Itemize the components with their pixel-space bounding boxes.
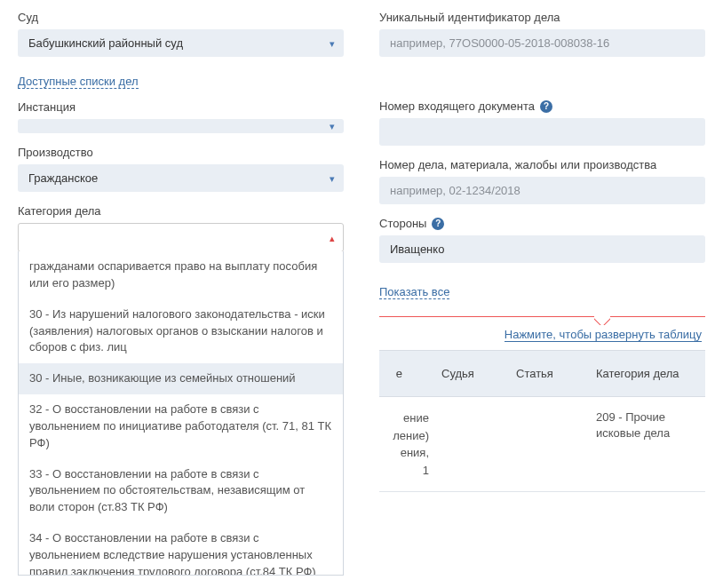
category-option[interactable]: 34 - О восстановлении на работе в связи … [19, 523, 343, 576]
category-option[interactable]: 30 - Иные, возникающие из семейных отнош… [19, 363, 343, 394]
incoming-doc-label-text: Номер входящего документа [379, 99, 535, 113]
table-row[interactable]: ение ление) ения, 1 209 - Прочие исковые… [379, 397, 705, 492]
incoming-doc-input[interactable] [379, 118, 705, 146]
cell-judge [441, 397, 521, 422]
cell-category: 209 - Прочие исковые дела [584, 397, 705, 454]
proceedings-select-value: Гражданское [18, 164, 344, 192]
available-lists-link[interactable]: Доступные списки дел [18, 75, 139, 89]
cell-fragment: ения, [379, 444, 429, 462]
parties-label-text: Стороны [379, 217, 426, 230]
category-option[interactable]: гражданами оспаривается право на выплату… [19, 251, 343, 299]
court-select[interactable]: Бабушкинский районный суд ▾ [18, 29, 344, 57]
table-header-judge: Судья [415, 351, 504, 396]
case-number-input[interactable] [379, 177, 705, 204]
table-header-article: Статья [504, 351, 584, 396]
proceedings-label: Производство [18, 146, 344, 159]
expand-table-link[interactable]: Нажмите, чтобы развернуть таблицу [505, 328, 702, 342]
category-option[interactable]: 30 - Из нарушений налогового законодател… [19, 299, 343, 364]
table-header: е Судья Статья Категория дела [379, 350, 705, 397]
cell-fragment: ение [379, 409, 429, 427]
cell-fragment: 1 [379, 462, 429, 480]
instance-select-value [18, 119, 344, 133]
parties-label: Стороны ? [379, 217, 705, 230]
cell-article [521, 397, 584, 422]
uid-label: Уникальный идентификатор дела [379, 11, 705, 24]
instance-label: Инстанция [18, 100, 344, 114]
table-header-fragment: е [379, 351, 415, 396]
table-header-category: Категория дела [584, 351, 705, 396]
category-input[interactable] [18, 223, 344, 252]
help-icon[interactable]: ? [432, 218, 444, 230]
incoming-doc-label: Номер входящего документа ? [379, 99, 705, 113]
category-label: Категория дела [18, 204, 344, 218]
proceedings-select[interactable]: Гражданское ▾ [18, 164, 344, 192]
category-option[interactable]: 32 - О восстановлении на работе в связи … [19, 394, 343, 459]
instance-select[interactable]: ▾ [18, 119, 344, 133]
uid-input[interactable] [379, 29, 705, 57]
court-select-value: Бабушкинский районный суд [18, 29, 344, 57]
category-dropdown-list[interactable]: гражданами оспаривается право на выплату… [18, 251, 344, 576]
show-all-link[interactable]: Показать все [379, 285, 449, 299]
cell-fragment: ление) [379, 427, 429, 445]
category-option[interactable]: 33 - О восстановлении на работе в связи … [19, 459, 343, 524]
case-number-label: Номер дела, материала, жалобы или произв… [379, 158, 705, 171]
divider-notch-icon [594, 316, 610, 325]
court-label: Суд [18, 11, 344, 24]
help-icon[interactable]: ? [540, 100, 552, 113]
category-select[interactable]: ▴ [18, 223, 344, 252]
